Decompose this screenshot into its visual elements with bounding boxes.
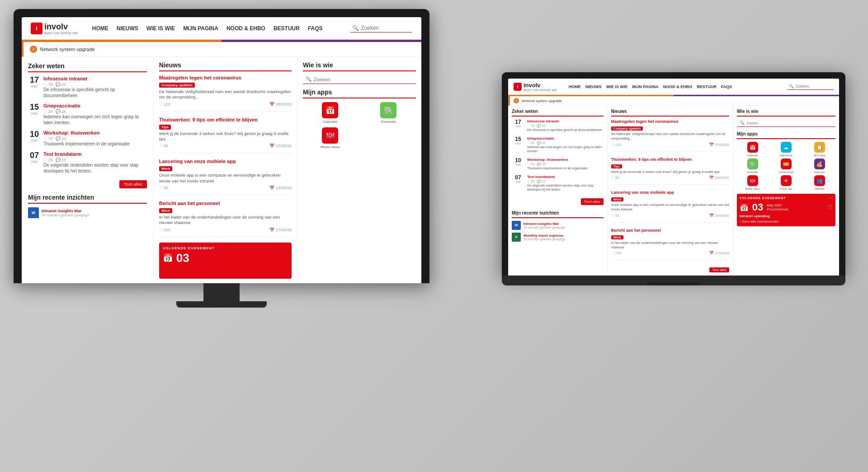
laptop-wie-search-input[interactable] <box>746 121 833 125</box>
laptop-app-evernote[interactable]: 🐘 Evernote <box>737 159 769 173</box>
laptop-zeker-desc-1: De infosessie is specifiek gericht op do… <box>527 128 603 132</box>
laptop-app-calendar[interactable]: 📅 Calendar <box>737 142 769 157</box>
laptop-app-officient[interactable]: 👥 Officient <box>804 175 835 190</box>
zeker-content-2: Griepvaccinatie ♡ 26 💬 25 Iedereen kan o… <box>43 103 147 126</box>
desktop-search-box: 🔍 <box>350 24 412 33</box>
laptop-tag-3: Werk <box>611 197 623 201</box>
nieuws-footer-2: ♡ 89 📅 03/05/20 <box>159 144 292 148</box>
laptop-recent-2: X Monthly travel expense 50 minuten gele… <box>512 233 604 242</box>
laptop-apps-title: Mijn apps <box>737 131 835 139</box>
date-07: 07 mei <box>28 151 41 164</box>
laptop-label-officient: Officient <box>815 187 825 190</box>
laptop-event-month: May 2020 <box>767 203 788 207</box>
nav-faqs[interactable]: FAQS <box>308 25 323 32</box>
laptop-recent-title-2[interactable]: Monthly travel expense <box>524 234 565 238</box>
app-label-evernote: Evernote <box>381 120 396 124</box>
toon-alles-zeker-button[interactable]: Toon alles <box>119 180 147 188</box>
laptop-alert: i Network system upgrade <box>508 96 839 106</box>
wie-search-input[interactable] <box>314 77 413 82</box>
nav-bestuur[interactable]: BESTUUR <box>274 25 300 32</box>
laptop-zeker-link-4[interactable]: Test brandalarm <box>527 175 604 179</box>
resto-app-icon: 🍽 <box>322 127 338 144</box>
nav-wie[interactable]: WIE IS WIE <box>146 25 175 32</box>
laptop-logo: i involv BUILT ON OFFICE 365 <box>514 81 557 92</box>
tag-werk-1: Werk <box>159 166 172 171</box>
laptop-app-salesforce[interactable]: ☁ Salesforce <box>770 142 802 157</box>
laptop-nav-nood[interactable]: NOOD & EHBO <box>663 84 693 89</box>
zeker-title-4[interactable]: Test brandalarm <box>43 151 147 157</box>
nieuws-footer-1: ♡ 120 📅 05/05/20 <box>159 102 292 107</box>
laptop-event-link[interactable]: › Toon alle evenementen <box>740 220 833 224</box>
laptop-toon-alles-nieuws[interactable]: Toon alles <box>709 267 729 272</box>
laptop-nav-nieuws[interactable]: NIEUWS <box>585 84 602 89</box>
laptop-toon-alles-button[interactable]: Toon alles <box>581 198 604 205</box>
app-resto[interactable]: 🍽 Resto menu <box>303 127 358 149</box>
desktop-search-input[interactable] <box>361 25 410 31</box>
nieuws-title-3[interactable]: Lancering van onze mobiele app <box>159 159 292 164</box>
recent-title-1[interactable]: Intranet insights Mar <box>42 209 89 213</box>
laptop-app-ticket[interactable]: 🎫 Create ticket <box>770 159 802 173</box>
laptop-zeker-link-3[interactable]: Workshop: thuiswerken <box>527 158 587 162</box>
desktop-zeker-item-1: 17 mei Infosessie intranet ♡ 70 💬 20 De … <box>28 76 147 98</box>
laptop-nieuws-title-2[interactable]: Thuiswerken: 9 tips om efficiënt te blij… <box>611 157 729 162</box>
nav-home[interactable]: HOME <box>92 25 108 32</box>
laptop-nieuws-title-3[interactable]: Lancering van onze mobiele app <box>611 190 729 195</box>
nieuws-item-1: Maatregelen tegen het coronavirus Compan… <box>159 75 292 112</box>
zeker-meta-4: ♡ 25 💬 10 <box>43 158 147 162</box>
event-heart-icon[interactable]: ♡ <box>828 204 833 210</box>
nav-nood[interactable]: NOOD & EHBO <box>226 25 265 32</box>
event-day-desktop: 03 <box>176 252 189 264</box>
evernote-app-icon: 🐘 <box>380 102 396 118</box>
nieuws-title-1[interactable]: Maatregelen tegen het coronavirus <box>159 75 292 80</box>
nieuws-title-2[interactable]: Thuiswerken: 9 tips om efficiënt te blij… <box>159 117 292 122</box>
date-17: 17 mei <box>28 76 41 89</box>
laptop-app-expense[interactable]: 💰 Expense <box>804 159 835 173</box>
laptop-label-travel: Travel app <box>780 187 793 190</box>
laptop-app-resto[interactable]: 🍽 Resto menu <box>737 175 769 190</box>
recent-info-1: Intranet insights Mar 30 minuten geleden… <box>42 209 89 217</box>
laptop-event-title: Intranet opleiding <box>740 214 833 218</box>
nieuws-title-4[interactable]: Bericht aan het personeel <box>159 201 292 206</box>
zeker-title-1[interactable]: Infosessie intranet <box>43 76 147 81</box>
desktop-apps-grid: 📅 Calendar 🐘 Evernote 🍽 Resto menu <box>303 102 416 149</box>
desktop-zeker-title: Zeker weten <box>28 62 147 72</box>
tag-tips-1: Tips <box>159 125 171 130</box>
laptop-nav-bestuur[interactable]: BESTUUR <box>697 84 717 89</box>
app-calendar[interactable]: 📅 Calendar <box>303 102 358 124</box>
app-evernote[interactable]: 🐘 Evernote <box>361 102 416 124</box>
event-menu-dots[interactable]: ··· <box>829 196 833 200</box>
zeker-title-3[interactable]: Workshop: thuiswerken <box>43 130 130 136</box>
laptop-recent-title-1[interactable]: Intranet insights Mar <box>524 222 565 226</box>
laptop-app-hr[interactable]: 📋 HR Policy <box>804 142 835 157</box>
laptop-zeker-link-1[interactable]: Infosessie intranet <box>527 119 603 123</box>
laptop-nav-wie[interactable]: WIE IS WIE <box>606 84 628 89</box>
nieuws-item-3: Lancering van onze mobiele app Werk Onze… <box>159 159 292 195</box>
laptop-panel-center: Nieuws Maatregelen tegen het coronavirus… <box>608 106 733 276</box>
laptop-nav-mijn[interactable]: MIJN PAGINA <box>632 84 658 89</box>
laptop-zeker-link-2[interactable]: Griepvaccinatie <box>527 136 604 140</box>
laptop-panel-left: Zeker weten 17 mei Infosessie intranet ♡… <box>508 106 608 276</box>
laptop-recent-title: Mijn recente inzichten <box>512 210 604 218</box>
laptop-nieuws-title-1[interactable]: Maatregelen tegen het coronavirus <box>611 119 729 124</box>
laptop-nav-faqs[interactable]: FAQS <box>721 84 732 89</box>
laptop-zeker-content-3: Workshop: thuiswerken ♡ 70 💬 20 Thuiswer… <box>527 158 587 170</box>
laptop-recent-1: W Intranet insights Mar 30 minuten geled… <box>512 221 604 230</box>
desktop-wie-search: 🔍 <box>303 75 416 84</box>
laptop-nieuws-4: Bericht aan het personeel Werk In het ka… <box>611 228 729 261</box>
word-icon: W <box>28 207 39 218</box>
nieuws-footer-3: ♡ 56 📅 29/04/20 <box>159 186 292 190</box>
laptop-nieuws-title-4[interactable]: Bericht aan het personeel <box>611 228 729 233</box>
nav-nieuws[interactable]: NIEUWS <box>117 25 138 32</box>
laptop-search-box: 🔍 <box>787 83 834 90</box>
laptop-search-input[interactable] <box>796 84 832 89</box>
desktop-nieuws-title: Nieuws <box>159 61 292 71</box>
app-label-calendar: Calendar <box>323 120 337 124</box>
zeker-title-2[interactable]: Griepvaccinatie <box>43 103 147 108</box>
laptop-nav-home[interactable]: HOME <box>569 84 581 89</box>
laptop-app-travel[interactable]: ✈ Travel app <box>770 175 802 190</box>
laptop-main: Zeker weten 17 mei Infosessie intranet ♡… <box>508 106 839 276</box>
laptop-zeker-desc-3: Thuiswerk implementeren in de organisati… <box>527 166 587 170</box>
nav-mijn[interactable]: MIJN PAGINA <box>183 25 218 32</box>
laptop-nieuws-footer-4: ♡ 235 📅 27/04/20 <box>611 251 729 255</box>
desktop-wie-title: Wie is wie <box>303 61 416 71</box>
